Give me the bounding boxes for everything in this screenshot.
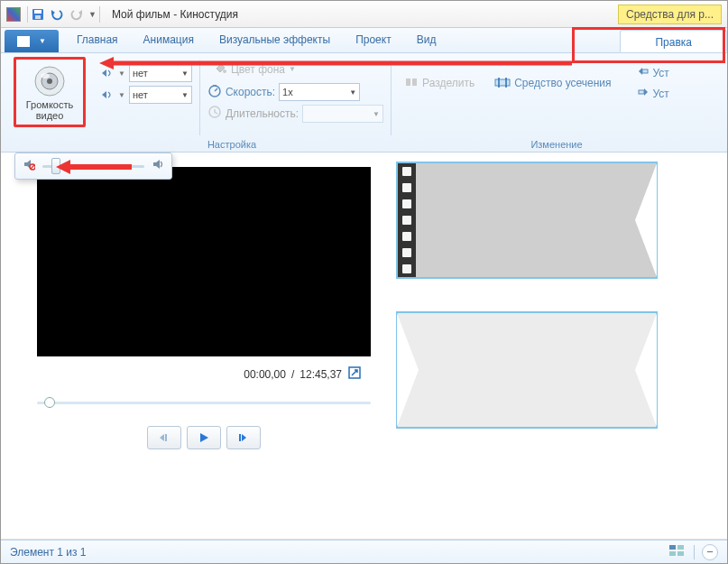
time-total: 12:45,37 — [299, 368, 342, 381]
bgcolor-label: Цвет фона — [231, 63, 285, 76]
clip-thumbnail — [416, 163, 656, 277]
chevron-down-icon: ▼ — [289, 65, 296, 73]
save-icon[interactable] — [31, 7, 45, 22]
set-start-label: Уст — [653, 67, 669, 79]
play-button[interactable] — [187, 426, 221, 449]
fade-out-icon — [100, 88, 115, 101]
paint-bucket-icon — [213, 60, 227, 78]
window-title: Мой фильм - Киностудия — [112, 8, 238, 21]
group-label-settings: Настройка — [207, 139, 256, 152]
fullscreen-icon[interactable] — [347, 365, 362, 383]
film-strip-icon — [398, 163, 416, 277]
context-tab-tools[interactable]: Средства для р... — [618, 5, 722, 24]
marker-icon — [637, 66, 650, 79]
timeline-clip[interactable] — [396, 162, 658, 279]
set-end-button[interactable]: Уст — [631, 85, 675, 102]
split-label: Разделить — [422, 77, 475, 89]
trim-tool-button[interactable]: Средство усечения — [489, 64, 616, 102]
seek-bar[interactable] — [37, 395, 371, 410]
fade-in-value: нет — [133, 68, 148, 79]
next-frame-button[interactable] — [226, 426, 261, 449]
speed-combo[interactable]: 1x ▼ — [279, 83, 360, 101]
trim-icon — [494, 76, 511, 91]
thumbnails-view-icon[interactable] — [668, 543, 687, 560]
fade-out-value: нет — [133, 89, 148, 100]
svg-rect-13 — [642, 69, 648, 73]
film-icon — [17, 36, 30, 47]
svg-point-7 — [223, 69, 226, 73]
bgcolor-button[interactable]: Цвет фона ▼ — [207, 59, 301, 79]
svg-rect-19 — [677, 545, 684, 550]
tab-edit[interactable]: Правка — [620, 30, 727, 52]
tab-animation[interactable]: Анимация — [131, 28, 207, 52]
chevron-down-icon: ▼ — [39, 37, 46, 45]
tab-visual-effects[interactable]: Визуальные эффекты — [207, 28, 343, 52]
svg-point-5 — [47, 79, 52, 84]
svg-rect-12 — [495, 79, 510, 86]
zoom-out-button[interactable]: − — [702, 544, 718, 560]
speed-value: 1x — [282, 87, 293, 97]
fade-in-icon — [100, 67, 115, 79]
speaker-icon — [152, 158, 164, 174]
chevron-down-icon: ▼ — [369, 110, 380, 118]
svg-rect-21 — [677, 551, 684, 556]
app-icon — [6, 7, 21, 22]
qat-dropdown-icon[interactable]: ▼ — [88, 10, 97, 19]
volume-slider-popup — [14, 153, 172, 180]
video-volume-label: Громкость видео — [22, 99, 78, 121]
tab-home[interactable]: Главная — [64, 28, 131, 52]
chevron-down-icon: ▼ — [118, 69, 125, 78]
seek-track — [37, 402, 371, 404]
svg-rect-14 — [639, 90, 644, 94]
svg-rect-20 — [669, 551, 676, 556]
speaker-icon — [32, 63, 68, 99]
seek-thumb[interactable] — [44, 397, 55, 408]
status-item-count: Элемент 1 из 1 — [10, 546, 87, 559]
clip-thumbnail — [398, 313, 656, 427]
video-preview[interactable] — [37, 167, 371, 356]
chevron-down-icon: ▼ — [118, 91, 125, 99]
group-label-change: Изменение — [530, 139, 582, 152]
time-current: 00:00,00 — [244, 368, 286, 381]
fade-out-combo[interactable]: нет ▼ — [129, 86, 192, 104]
duration-combo: ▼ — [302, 105, 383, 123]
volume-thumb[interactable] — [51, 158, 60, 174]
svg-rect-16 — [165, 434, 167, 441]
chevron-down-icon: ▼ — [178, 91, 189, 99]
trim-tool-label: Средство усечения — [514, 77, 611, 89]
file-menu-button[interactable]: ▼ — [5, 30, 59, 52]
set-start-button[interactable]: Уст — [631, 64, 675, 81]
tab-project[interactable]: Проект — [343, 28, 404, 52]
set-end-label: Уст — [653, 88, 669, 100]
split-button: Разделить — [399, 64, 480, 102]
timeline-clip[interactable] — [396, 311, 658, 429]
svg-rect-17 — [239, 434, 241, 441]
svg-rect-11 — [412, 79, 417, 86]
svg-rect-18 — [669, 545, 676, 550]
duration-label: Длительность: — [226, 107, 299, 120]
prev-frame-button[interactable] — [147, 426, 181, 449]
svg-point-6 — [41, 73, 50, 79]
marker-icon — [637, 87, 650, 100]
split-icon — [404, 75, 419, 92]
fade-in-combo[interactable]: нет ▼ — [129, 64, 192, 82]
speed-icon — [207, 83, 222, 101]
chevron-down-icon: ▼ — [346, 88, 356, 97]
speaker-muted-icon — [23, 158, 35, 174]
chevron-down-icon: ▼ — [178, 69, 189, 78]
svg-rect-10 — [406, 79, 410, 86]
svg-rect-2 — [35, 15, 41, 19]
duration-icon — [207, 105, 222, 123]
tab-view[interactable]: Вид — [404, 28, 449, 52]
divider — [27, 6, 28, 23]
redo-icon[interactable] — [69, 7, 85, 22]
svg-rect-1 — [34, 10, 41, 14]
speed-label: Скорость: — [226, 86, 275, 98]
video-volume-button[interactable]: Громкость видео — [14, 57, 86, 127]
volume-slider[interactable] — [42, 165, 144, 168]
divider — [99, 6, 100, 23]
undo-icon[interactable] — [49, 7, 65, 22]
